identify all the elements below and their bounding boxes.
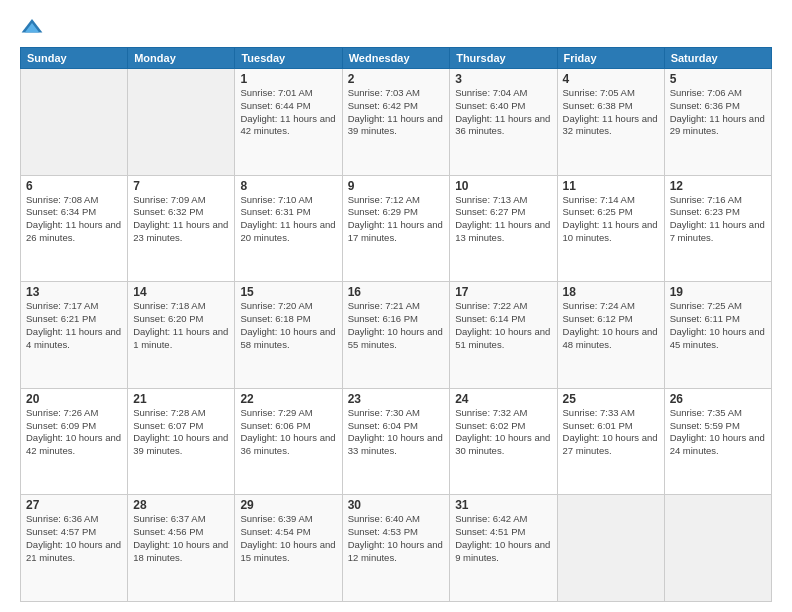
day-info: Sunrise: 7:17 AM Sunset: 6:21 PM Dayligh… [26,300,122,351]
day-info: Sunrise: 7:29 AM Sunset: 6:06 PM Dayligh… [240,407,336,458]
calendar-day-cell: 18Sunrise: 7:24 AM Sunset: 6:12 PM Dayli… [557,282,664,389]
day-number: 18 [563,285,659,299]
calendar-day-cell: 26Sunrise: 7:35 AM Sunset: 5:59 PM Dayli… [664,388,771,495]
day-number: 30 [348,498,445,512]
calendar-day-cell: 24Sunrise: 7:32 AM Sunset: 6:02 PM Dayli… [450,388,557,495]
calendar-day-cell: 10Sunrise: 7:13 AM Sunset: 6:27 PM Dayli… [450,175,557,282]
calendar-week-row: 20Sunrise: 7:26 AM Sunset: 6:09 PM Dayli… [21,388,772,495]
calendar-day-cell [21,69,128,176]
day-number: 4 [563,72,659,86]
day-info: Sunrise: 7:26 AM Sunset: 6:09 PM Dayligh… [26,407,122,458]
calendar-day-cell: 2Sunrise: 7:03 AM Sunset: 6:42 PM Daylig… [342,69,450,176]
day-number: 19 [670,285,766,299]
day-info: Sunrise: 7:33 AM Sunset: 6:01 PM Dayligh… [563,407,659,458]
day-info: Sunrise: 6:37 AM Sunset: 4:56 PM Dayligh… [133,513,229,564]
day-number: 14 [133,285,229,299]
day-number: 24 [455,392,551,406]
calendar-day-cell: 17Sunrise: 7:22 AM Sunset: 6:14 PM Dayli… [450,282,557,389]
calendar-day-cell: 25Sunrise: 7:33 AM Sunset: 6:01 PM Dayli… [557,388,664,495]
day-number: 20 [26,392,122,406]
day-info: Sunrise: 7:18 AM Sunset: 6:20 PM Dayligh… [133,300,229,351]
weekday-header: Saturday [664,48,771,69]
calendar-day-cell: 21Sunrise: 7:28 AM Sunset: 6:07 PM Dayli… [128,388,235,495]
day-number: 5 [670,72,766,86]
calendar-day-cell: 7Sunrise: 7:09 AM Sunset: 6:32 PM Daylig… [128,175,235,282]
calendar-table: SundayMondayTuesdayWednesdayThursdayFrid… [20,47,772,602]
calendar-week-row: 27Sunrise: 6:36 AM Sunset: 4:57 PM Dayli… [21,495,772,602]
day-number: 3 [455,72,551,86]
calendar-week-row: 13Sunrise: 7:17 AM Sunset: 6:21 PM Dayli… [21,282,772,389]
day-info: Sunrise: 7:01 AM Sunset: 6:44 PM Dayligh… [240,87,336,138]
day-info: Sunrise: 6:36 AM Sunset: 4:57 PM Dayligh… [26,513,122,564]
calendar-day-cell: 13Sunrise: 7:17 AM Sunset: 6:21 PM Dayli… [21,282,128,389]
calendar-week-row: 1Sunrise: 7:01 AM Sunset: 6:44 PM Daylig… [21,69,772,176]
day-number: 12 [670,179,766,193]
calendar-day-cell: 14Sunrise: 7:18 AM Sunset: 6:20 PM Dayli… [128,282,235,389]
day-info: Sunrise: 7:03 AM Sunset: 6:42 PM Dayligh… [348,87,445,138]
calendar-day-cell: 3Sunrise: 7:04 AM Sunset: 6:40 PM Daylig… [450,69,557,176]
calendar-day-cell: 19Sunrise: 7:25 AM Sunset: 6:11 PM Dayli… [664,282,771,389]
weekday-header: Friday [557,48,664,69]
calendar-day-cell: 11Sunrise: 7:14 AM Sunset: 6:25 PM Dayli… [557,175,664,282]
day-info: Sunrise: 6:40 AM Sunset: 4:53 PM Dayligh… [348,513,445,564]
day-number: 22 [240,392,336,406]
day-number: 25 [563,392,659,406]
calendar-day-cell [557,495,664,602]
day-info: Sunrise: 6:39 AM Sunset: 4:54 PM Dayligh… [240,513,336,564]
day-number: 17 [455,285,551,299]
day-number: 8 [240,179,336,193]
day-number: 15 [240,285,336,299]
day-number: 6 [26,179,122,193]
day-info: Sunrise: 7:22 AM Sunset: 6:14 PM Dayligh… [455,300,551,351]
day-info: Sunrise: 7:14 AM Sunset: 6:25 PM Dayligh… [563,194,659,245]
day-info: Sunrise: 7:20 AM Sunset: 6:18 PM Dayligh… [240,300,336,351]
calendar-day-cell: 9Sunrise: 7:12 AM Sunset: 6:29 PM Daylig… [342,175,450,282]
day-info: Sunrise: 7:09 AM Sunset: 6:32 PM Dayligh… [133,194,229,245]
day-info: Sunrise: 7:04 AM Sunset: 6:40 PM Dayligh… [455,87,551,138]
day-info: Sunrise: 7:10 AM Sunset: 6:31 PM Dayligh… [240,194,336,245]
day-info: Sunrise: 7:25 AM Sunset: 6:11 PM Dayligh… [670,300,766,351]
day-number: 16 [348,285,445,299]
calendar-day-cell: 30Sunrise: 6:40 AM Sunset: 4:53 PM Dayli… [342,495,450,602]
day-info: Sunrise: 7:24 AM Sunset: 6:12 PM Dayligh… [563,300,659,351]
weekday-header: Sunday [21,48,128,69]
day-info: Sunrise: 7:16 AM Sunset: 6:23 PM Dayligh… [670,194,766,245]
day-number: 2 [348,72,445,86]
day-info: Sunrise: 7:21 AM Sunset: 6:16 PM Dayligh… [348,300,445,351]
day-number: 21 [133,392,229,406]
day-info: Sunrise: 7:05 AM Sunset: 6:38 PM Dayligh… [563,87,659,138]
calendar-day-cell: 5Sunrise: 7:06 AM Sunset: 6:36 PM Daylig… [664,69,771,176]
calendar-week-row: 6Sunrise: 7:08 AM Sunset: 6:34 PM Daylig… [21,175,772,282]
day-info: Sunrise: 7:08 AM Sunset: 6:34 PM Dayligh… [26,194,122,245]
calendar-day-cell: 16Sunrise: 7:21 AM Sunset: 6:16 PM Dayli… [342,282,450,389]
calendar-day-cell: 1Sunrise: 7:01 AM Sunset: 6:44 PM Daylig… [235,69,342,176]
day-info: Sunrise: 7:06 AM Sunset: 6:36 PM Dayligh… [670,87,766,138]
day-number: 11 [563,179,659,193]
day-number: 26 [670,392,766,406]
calendar-day-cell: 27Sunrise: 6:36 AM Sunset: 4:57 PM Dayli… [21,495,128,602]
calendar-day-cell [664,495,771,602]
day-info: Sunrise: 7:12 AM Sunset: 6:29 PM Dayligh… [348,194,445,245]
weekday-header: Monday [128,48,235,69]
day-number: 1 [240,72,336,86]
weekday-header: Thursday [450,48,557,69]
weekday-header: Tuesday [235,48,342,69]
day-number: 13 [26,285,122,299]
calendar-day-cell: 28Sunrise: 6:37 AM Sunset: 4:56 PM Dayli… [128,495,235,602]
calendar-day-cell: 23Sunrise: 7:30 AM Sunset: 6:04 PM Dayli… [342,388,450,495]
logo [20,15,48,39]
day-number: 7 [133,179,229,193]
day-info: Sunrise: 7:35 AM Sunset: 5:59 PM Dayligh… [670,407,766,458]
day-number: 9 [348,179,445,193]
header [20,15,772,39]
day-number: 29 [240,498,336,512]
calendar-day-cell: 6Sunrise: 7:08 AM Sunset: 6:34 PM Daylig… [21,175,128,282]
calendar-day-cell: 31Sunrise: 6:42 AM Sunset: 4:51 PM Dayli… [450,495,557,602]
day-info: Sunrise: 7:13 AM Sunset: 6:27 PM Dayligh… [455,194,551,245]
calendar-day-cell: 20Sunrise: 7:26 AM Sunset: 6:09 PM Dayli… [21,388,128,495]
calendar-day-cell: 12Sunrise: 7:16 AM Sunset: 6:23 PM Dayli… [664,175,771,282]
calendar-day-cell: 15Sunrise: 7:20 AM Sunset: 6:18 PM Dayli… [235,282,342,389]
logo-icon [20,15,44,39]
day-info: Sunrise: 7:30 AM Sunset: 6:04 PM Dayligh… [348,407,445,458]
calendar-day-cell: 22Sunrise: 7:29 AM Sunset: 6:06 PM Dayli… [235,388,342,495]
